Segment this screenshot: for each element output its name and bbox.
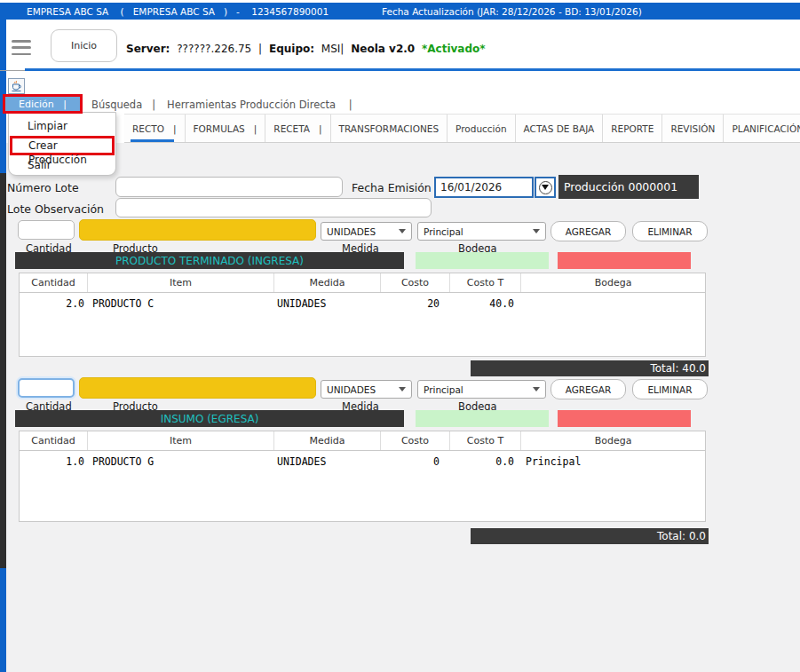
tab-reporte[interactable]: REPORTE [603, 115, 662, 142]
tab-bar: RECTO | FORMULAS | RECETA | TRANSFORMACI… [124, 114, 800, 143]
col-costo: Costo [381, 431, 450, 450]
product-input[interactable] [79, 377, 316, 399]
col-item: Item [88, 273, 274, 292]
activation-status: *Activado* [422, 43, 486, 55]
add-button[interactable]: AGREGAR [550, 221, 626, 241]
cell-costo: 0 [381, 455, 450, 468]
add-button[interactable]: AGREGAR [550, 379, 626, 399]
quantity-input[interactable] [18, 220, 75, 240]
cell-medida: UNIDADES [274, 455, 381, 468]
tab-directo[interactable]: RECTO | [124, 115, 186, 142]
cell-medida: UNIDADES [274, 297, 381, 310]
table-row[interactable]: 2.0 PRODUCTO C UNIDADES 20 40.0 [20, 297, 705, 310]
app-window: EMPRESA ABC SA ( EMPRESA ABC SA ) - 1234… [0, 0, 800, 672]
left-scroll-strip-bottom [0, 568, 6, 672]
quantity-input[interactable] [18, 378, 75, 398]
section-insumo: UNIDADES Principal AGREGAR ELIMINAR Cant… [0, 378, 800, 551]
edit-dropdown-menu: Limpiar Crear Producción Salir [8, 112, 116, 176]
production-number-badge: Producción 0000001 [558, 175, 699, 199]
col-item: Item [88, 431, 274, 450]
cell-costo: 20 [381, 297, 450, 310]
col-medida: Medida [274, 431, 381, 450]
server-value: ??????.226.75 [177, 43, 251, 55]
cell-costo-t: 40.0 [450, 297, 521, 310]
col-cantidad: Cantidad [20, 431, 88, 450]
chevron-down-icon [399, 229, 406, 233]
cell-bodega [521, 297, 705, 310]
app-version: Neola v2.0 [351, 43, 415, 55]
tab-formulas[interactable]: FORMULAS | [186, 115, 266, 142]
chevron-down-icon [539, 181, 552, 194]
chevron-down-icon [533, 387, 540, 391]
annotation-box-edicion: Edición | [3, 94, 83, 114]
tab-produccion[interactable]: Producción [448, 115, 516, 142]
cell-item: PRODUCTO C [88, 297, 274, 310]
col-medida: Medida [274, 273, 381, 292]
col-costo-t: Costo T [450, 431, 521, 450]
status-green-block [416, 252, 549, 269]
cell-bodega: Principal [521, 455, 705, 468]
cell-item: PRODUCTO G [88, 455, 274, 468]
lot-number-label: Número Lote [7, 181, 79, 194]
tab-planificacion[interactable]: PLANIFICACIÓN | [724, 115, 800, 142]
tab-revision[interactable]: REVISIÓN [662, 115, 724, 142]
date-dropdown-button[interactable] [535, 177, 556, 198]
cell-cantidad: 2.0 [20, 297, 88, 310]
status-red-block [558, 410, 691, 427]
delete-button[interactable]: ELIMINAR [632, 221, 708, 241]
tab-receta[interactable]: RECETA | [265, 115, 330, 142]
menu-item-crear-produccion[interactable]: Crear Producción [10, 136, 115, 155]
menu-edicion[interactable]: Edición | [5, 97, 80, 111]
measure-select-value: UNIDADES [327, 226, 376, 237]
cell-cantidad: 1.0 [20, 455, 88, 468]
col-cantidad: Cantidad [20, 273, 88, 292]
delete-button[interactable]: ELIMINAR [632, 379, 708, 399]
tab-actas-de-baja[interactable]: ACTAS DE BAJA [516, 115, 604, 142]
java-app-icon [8, 78, 25, 94]
col-bodega: Bodega [521, 431, 705, 450]
hamburger-menu-icon[interactable] [12, 40, 31, 55]
device-value: MSI| [321, 43, 345, 55]
product-input[interactable] [79, 219, 316, 241]
warehouse-select[interactable]: Principal [417, 380, 546, 399]
table-row[interactable]: 1.0 PRODUCTO G UNIDADES 0 0.0 Principal [20, 455, 705, 468]
menu-herramientas[interactable]: Herramientas Producción Directa | [167, 99, 352, 111]
items-table: Cantidad Item Medida Costo Costo T Bodeg… [19, 431, 706, 522]
status-green-block [416, 410, 549, 427]
tab-transformaciones[interactable]: TRANSFORMACIONES [331, 115, 448, 142]
status-red-block [558, 252, 691, 269]
warehouse-select-value: Principal [424, 384, 463, 395]
col-costo: Costo [381, 273, 450, 292]
issue-date-label: Fecha Emisión [352, 181, 432, 194]
warehouse-select[interactable]: Principal [417, 222, 546, 241]
lot-observation-label: Lote Observación [7, 202, 104, 216]
lot-number-input[interactable] [115, 177, 343, 197]
section-producto-terminado: UNIDADES Principal AGREGAR ELIMINAR Cant… [0, 220, 800, 393]
warehouse-select-value: Principal [424, 226, 463, 237]
measure-select[interactable]: UNIDADES [321, 222, 412, 241]
table-header-row: Cantidad Item Medida Costo Costo T Bodeg… [20, 431, 705, 451]
chevron-down-icon [533, 229, 540, 233]
title-bar: EMPRESA ABC SA ( EMPRESA ABC SA ) - 1234… [0, 3, 800, 20]
company-title: EMPRESA ABC SA ( EMPRESA ABC SA ) - 1234… [27, 6, 329, 17]
measure-select[interactable]: UNIDADES [321, 380, 412, 399]
col-costo-t: Costo T [450, 273, 521, 292]
menu-item-limpiar[interactable]: Limpiar [9, 116, 115, 136]
home-button-label: Inicio [71, 40, 97, 51]
menu-busqueda[interactable]: Búsqueda | [91, 99, 155, 111]
lot-observation-input[interactable] [115, 198, 432, 217]
chevron-down-icon [399, 387, 406, 391]
issue-date-input[interactable] [434, 177, 534, 198]
update-info: Fecha Actualización (JAR: 28/12/2026 - B… [382, 6, 642, 17]
total-bar: Total: 0.0 [471, 528, 709, 544]
measure-select-value: UNIDADES [327, 384, 376, 395]
section-title-bar: INSUMO (EGRESA) [15, 410, 404, 427]
header-divider-blue [25, 68, 800, 71]
col-bodega: Bodega [521, 273, 705, 292]
separator: | [258, 43, 262, 55]
table-header-row: Cantidad Item Medida Costo Costo T Bodeg… [20, 273, 705, 293]
cell-costo-t: 0.0 [450, 455, 521, 468]
total-bar: Total: 40.0 [471, 360, 709, 376]
header-divider-gray [0, 70, 25, 71]
home-button[interactable]: Inicio [51, 29, 117, 62]
